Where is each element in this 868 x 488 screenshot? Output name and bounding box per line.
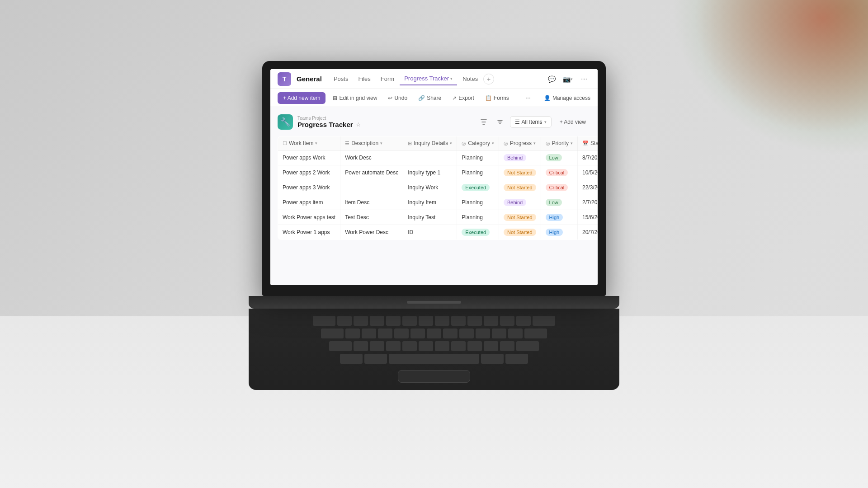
keyboard-key	[394, 328, 409, 338]
project-info: Teams Project Progress Tracker ☆	[297, 116, 361, 128]
laptop-trackpad[interactable]	[398, 370, 470, 383]
cell-inquiry	[403, 150, 457, 165]
keyboard-key	[419, 316, 433, 326]
keyboard-row-spacebar	[267, 354, 601, 364]
cell-description: Work Desc	[340, 150, 403, 165]
cell-priority: High	[541, 225, 577, 240]
star-favorite-icon[interactable]: ☆	[356, 122, 361, 128]
data-table: ☐ Work Item ▾ ☰ Description ▾	[278, 136, 598, 240]
grid-icon: ⊞	[333, 95, 337, 101]
share-icon: 🔗	[418, 95, 425, 101]
table-row: Work Power 1 apps Work Power Desc ID Exe…	[278, 225, 598, 240]
workspace-name: General	[297, 75, 322, 83]
keyboard-key	[354, 316, 368, 326]
cell-category: Executed	[457, 225, 499, 240]
inquiry-col-icon: ⊞	[408, 141, 412, 146]
cell-priority: Critical	[541, 165, 577, 180]
chat-icon-button[interactable]: 💬	[545, 73, 558, 85]
keyboard-key	[500, 316, 514, 326]
more-nav-button[interactable]: ⋯	[578, 73, 590, 85]
keyboard-key	[410, 328, 425, 338]
description-sort-icon: ▾	[380, 141, 382, 145]
col-header-start-date[interactable]: 📅 Start Date ▾	[577, 136, 598, 150]
cell-description: Work Power Desc	[340, 225, 403, 240]
keyboard-key	[505, 354, 528, 364]
cell-work-item: Work Power 1 apps	[278, 225, 340, 240]
keyboard-key	[370, 341, 384, 351]
cell-priority: Low	[541, 150, 577, 165]
manage-access-button[interactable]: 👤 Manage access	[544, 95, 590, 101]
cell-start-date: 10/5/2024	[577, 165, 598, 180]
spacebar-key	[389, 354, 479, 364]
tab-posts[interactable]: Posts	[329, 73, 353, 85]
col-header-inquiry-details[interactable]: ⊞ Inquiry Details ▾	[403, 136, 457, 150]
view-controls: ☰ All Items ▾ + Add view	[477, 116, 590, 128]
cell-start-date: 22/3/2024	[577, 180, 598, 195]
cell-work-item: Power apps 3 Work	[278, 180, 340, 195]
cell-progress: Not Started	[499, 180, 541, 195]
cell-category: Executed	[457, 180, 499, 195]
cell-category: Planning	[457, 150, 499, 165]
laptop-screen-bezel: T General Posts Files Form Progress Trac…	[262, 61, 606, 296]
edit-grid-view-action[interactable]: ⊞ Edit in grid view	[329, 93, 381, 103]
col-header-work-item[interactable]: ☐ Work Item ▾	[278, 136, 340, 150]
add-tab-button[interactable]: +	[483, 74, 494, 84]
col-header-progress[interactable]: ◎ Progress ▾	[499, 136, 541, 150]
keyboard-row-2	[267, 328, 601, 338]
keyboard-row-3	[267, 341, 601, 351]
keyboard-key	[337, 316, 352, 326]
keyboard-key	[443, 328, 458, 338]
col-header-category[interactable]: ◎ Category ▾	[457, 136, 499, 150]
undo-action[interactable]: ↩ Undo	[384, 93, 411, 103]
add-view-button[interactable]: + Add view	[555, 117, 590, 127]
priority-col-icon: ◎	[546, 141, 550, 146]
table-row: Power apps item Item Desc Inquiry Item P…	[278, 195, 598, 210]
keyboard-key	[484, 316, 498, 326]
keyboard-key	[427, 328, 441, 338]
sort-button[interactable]	[494, 116, 506, 128]
cell-work-item: Power apps Work	[278, 150, 340, 165]
keyboard-key	[481, 354, 504, 364]
all-items-button[interactable]: ☰ All Items ▾	[510, 116, 552, 128]
cell-description	[340, 180, 403, 195]
keyboard-key	[492, 328, 506, 338]
keyboard-key	[508, 328, 523, 338]
category-sort-icon: ▾	[492, 141, 494, 145]
keyboard-key	[476, 328, 490, 338]
table-header: ☐ Work Item ▾ ☰ Description ▾	[278, 136, 598, 150]
col-header-priority[interactable]: ◎ Priority ▾	[541, 136, 577, 150]
tab-notes[interactable]: Notes	[458, 73, 482, 85]
tab-chevron-icon: ▾	[450, 76, 453, 81]
forms-action[interactable]: 📋 Forms	[481, 93, 513, 103]
table-row: Power apps 3 Work Inquiry Work Executed …	[278, 180, 598, 195]
keyboard-key	[386, 341, 401, 351]
export-action[interactable]: ↗ Export	[448, 93, 478, 103]
nav-right-actions: 💬 📷 ▾ ⋯	[545, 73, 590, 85]
tab-files[interactable]: Files	[354, 73, 375, 85]
filter-button[interactable]	[477, 116, 490, 128]
undo-icon: ↩	[388, 95, 392, 101]
cell-progress: Behind	[499, 150, 541, 165]
cell-start-date: 2/7/2024	[577, 195, 598, 210]
video-icon-button[interactable]: 📷 ▾	[561, 73, 574, 85]
cell-progress: Not Started	[499, 165, 541, 180]
cell-description: Item Desc	[340, 195, 403, 210]
cell-inquiry: Inquiry Work	[403, 180, 457, 195]
export-icon: ↗	[452, 95, 457, 101]
tab-form[interactable]: Form	[376, 73, 399, 85]
workspace-icon: T	[278, 72, 291, 86]
tab-progress-tracker[interactable]: Progress Tracker ▾	[400, 72, 457, 85]
cell-inquiry: Inquiry type 1	[403, 165, 457, 180]
col-header-description[interactable]: ☰ Description ▾	[340, 136, 403, 150]
cell-progress: Behind	[499, 195, 541, 210]
all-items-chevron-icon: ▾	[544, 120, 547, 124]
keyboard-key	[484, 341, 498, 351]
add-new-item-button[interactable]: + Add new item	[278, 92, 326, 104]
progress-sort-icon: ▾	[533, 141, 536, 145]
video-chevron-icon: ▾	[571, 77, 573, 81]
more-toolbar-button[interactable]: ⋯	[522, 93, 534, 103]
keyboard-key	[345, 328, 360, 338]
keyboard-key	[500, 341, 514, 351]
category-col-icon: ◎	[462, 141, 466, 146]
share-action[interactable]: 🔗 Share	[415, 93, 445, 103]
